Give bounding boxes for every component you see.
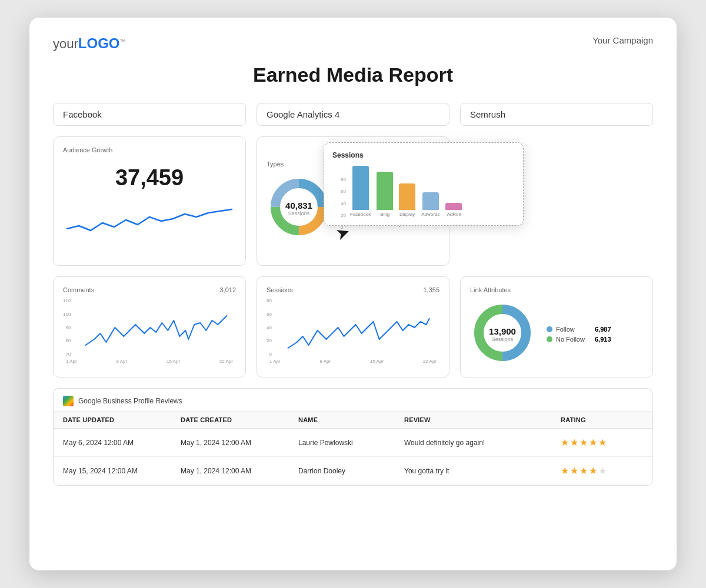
star-1: ★ — [561, 465, 569, 476]
row2-stars: ★ ★ ★ ★ ★ — [561, 465, 643, 476]
comments-card: Comments 3,012 110 100 90 80 70 1 — [53, 276, 246, 377]
star-3: ★ — [580, 437, 588, 448]
facebook-section-label: Facebook — [53, 103, 246, 126]
comments-line-chart — [76, 298, 236, 357]
section-labels-row: Facebook Google Analytics 4 Semrush — [53, 103, 653, 126]
bar-bing: Bing — [377, 172, 393, 217]
row2-review: You gotta try it — [404, 467, 561, 475]
semrush-section-label: Semrush — [460, 103, 653, 126]
row1-stars: ★ ★ ★ ★ ★ — [561, 437, 643, 448]
star-1: ★ — [561, 437, 569, 448]
row1-review: Would definitely go again! — [404, 439, 561, 447]
report-header: yourLOGO™ Your Campaign — [53, 35, 653, 52]
popup-bar-chart-wrapper: 80 60 40 20 0 Facebook Bing — [332, 164, 515, 217]
table-header-row: DATE UPDATED DATE CREATED NAME REVIEW RA… — [54, 412, 652, 429]
col-review: REVIEW — [404, 416, 561, 423]
star-5: ★ — [598, 465, 607, 476]
logo-prefix: your — [53, 36, 78, 51]
ga-sessions-line-chart — [278, 298, 439, 357]
legend-follow-value: 6,987 — [589, 326, 611, 333]
comments-count: 3,012 — [219, 286, 236, 293]
cards-row-2: Comments 3,012 110 100 90 80 70 1 — [53, 276, 653, 377]
popup-bar-chart: Facebook Bing Display Adwords — [332, 164, 515, 217]
link-attributes-title: Link Attributes — [470, 286, 643, 293]
link-attributes-content: Link Attributes 13,900 Sessions — [470, 286, 643, 368]
reviews-section-title: Google Business Profile Reviews — [78, 397, 182, 405]
col-rating: RATING — [561, 416, 643, 423]
sessions-popup-card: Sessions 80 60 40 20 0 Facebook B — [324, 142, 524, 226]
reviews-section: Google Business Profile Reviews DATE UPD… — [53, 388, 653, 486]
logo: yourLOGO™ — [53, 35, 125, 52]
ga-section-label: Google Analytics 4 — [257, 103, 449, 126]
row1-date-created: May 1, 2024 12:00 AM — [181, 439, 298, 447]
row2-date-created: May 1, 2024 12:00 AM — [181, 467, 298, 475]
link-attributes-inner: 13,900 Sessions Follow 6,987 No Follow — [470, 300, 643, 368]
semrush-types-donut-label: 40,831 Sessions — [285, 201, 312, 216]
legend-nofollow-value: 6,913 — [589, 336, 611, 343]
legend-nofollow: No Follow 6,913 — [547, 336, 611, 343]
comments-title: Comments — [63, 286, 236, 293]
ga-sessions-chart-wrapper: 80 60 40 20 0 1 Apr 8 Apr 15 Apr 22 Apr — [267, 298, 439, 364]
link-attributes-donut-label: 13,900 Sessions — [489, 326, 516, 342]
row2-name: Darrion Dooley — [298, 467, 404, 475]
star-2: ★ — [570, 465, 578, 476]
legend-follow: Follow 6,987 — [547, 326, 611, 333]
cards-row-1: Audience Growth 37,459 Sessions 80 60 40… — [53, 136, 653, 266]
comments-chart-wrapper: 110 100 90 80 70 1 Apr 8 Apr 15 Apr 22 A… — [63, 298, 236, 364]
row1-name: Laurie Powlowski — [298, 439, 404, 447]
row1-date-updated: May 6, 2024 12:00 AM — [63, 439, 181, 447]
star-4: ★ — [589, 465, 597, 476]
audience-growth-chart — [63, 196, 236, 243]
bar-facebook: Facebook — [350, 166, 371, 217]
logo-trademark: ™ — [119, 38, 125, 45]
google-business-icon — [63, 396, 74, 406]
row1-rating: ★ ★ ★ ★ ★ — [561, 437, 643, 448]
table-row: May 6, 2024 12:00 AM May 1, 2024 12:00 A… — [54, 429, 652, 457]
legend-nofollow-dot — [547, 336, 552, 342]
bar-adwords: Adwords — [421, 192, 439, 217]
semrush-types-total: 40,831 — [285, 201, 312, 211]
legend-nofollow-name: No Follow — [556, 336, 585, 343]
report-page: yourLOGO™ Your Campaign Earned Media Rep… — [29, 18, 677, 570]
bar-adroll: AdRoll — [445, 203, 462, 217]
ga-sessions-x-labels: 1 Apr 8 Apr 15 Apr 22 Apr — [267, 359, 439, 364]
star-3: ★ — [580, 465, 588, 476]
audience-growth-title: Audience Growth — [63, 146, 236, 153]
ga-sessions-title: Sessions — [267, 286, 439, 293]
legend-follow-dot — [547, 326, 552, 332]
audience-growth-card: Audience Growth 37,459 — [53, 136, 246, 266]
logo-brand: LOGO — [78, 35, 120, 51]
legend-follow-name: Follow — [556, 326, 585, 333]
col-date-updated: DATE UPDATED — [63, 416, 181, 423]
comments-x-labels: 1 Apr 8 Apr 15 Apr 22 Apr — [63, 359, 236, 364]
row2-date-updated: May 15, 2024 12:00 AM — [63, 467, 181, 475]
reviews-header: Google Business Profile Reviews — [54, 389, 652, 412]
link-attributes-total-label: Sessions — [489, 336, 516, 342]
col-name: NAME — [298, 416, 404, 423]
col-date-created: DATE CREATED — [181, 416, 298, 423]
campaign-label: Your Campaign — [592, 35, 653, 45]
star-4: ★ — [589, 437, 597, 448]
link-attributes-legend: Follow 6,987 No Follow 6,913 — [547, 326, 611, 343]
audience-growth-value: 37,459 — [63, 165, 236, 191]
semrush-types-total-label: Sessions — [285, 211, 312, 216]
semrush-types-donut: 40,831 Sessions — [267, 175, 331, 242]
popup-sessions-title: Sessions — [332, 151, 515, 159]
table-row: May 15, 2024 12:00 AM May 1, 2024 12:00 … — [54, 457, 652, 485]
link-attributes-total: 13,900 — [489, 326, 516, 336]
link-attributes-card: Link Attributes 13,900 Sessions — [460, 276, 653, 377]
ga-sessions-count: 1,355 — [423, 286, 439, 293]
ga-sessions-card: Sessions 1,355 80 60 40 20 0 1 Ap — [257, 276, 449, 377]
star-2: ★ — [570, 437, 578, 448]
row2-rating: ★ ★ ★ ★ ★ — [561, 465, 643, 476]
report-title: Earned Media Report — [53, 64, 653, 86]
star-5: ★ — [598, 437, 607, 448]
link-attributes-donut: 13,900 Sessions — [470, 300, 535, 368]
bar-display: Display — [399, 183, 415, 217]
